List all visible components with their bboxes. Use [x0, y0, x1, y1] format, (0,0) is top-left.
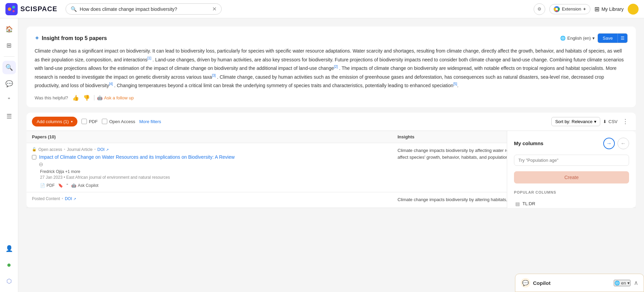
pdf-button-1[interactable]: 📄 PDF — [40, 183, 55, 188]
nav-prev-button[interactable]: ← — [618, 138, 629, 149]
chevron-down-icon: ▾ — [71, 120, 73, 123]
insight-text: Climate change has a significant impact … — [35, 47, 628, 90]
svg-point-1 — [8, 7, 11, 11]
copilot-icon: 🤖 — [71, 183, 76, 188]
more-options-button[interactable]: ⋮ — [620, 117, 630, 126]
save-button[interactable]: Save — [598, 34, 618, 43]
sidebar-item-home[interactable]: 🏠 — [2, 22, 16, 36]
pdf-checkbox[interactable] — [81, 119, 87, 124]
paper-authors-1: Fredrick Ojija +1 more — [40, 169, 387, 174]
paper-cell-1: 🔓 Open access • Journal Article • DOI ↗ — [26, 143, 392, 192]
create-column-button[interactable]: Create — [514, 171, 629, 183]
user-avatar[interactable] — [628, 4, 639, 15]
popular-item-tldr[interactable]: ▤ TL:DR — [514, 198, 629, 208]
open-access-icon: 🔓 — [32, 147, 37, 152]
vertical-divider — [94, 95, 94, 100]
svg-rect-0 — [5, 3, 18, 15]
add-columns-button[interactable]: Add columns (1) ▾ — [32, 117, 77, 126]
paper-date-1: 27 Jan 2023 • East African journal of en… — [40, 175, 387, 180]
table-toolbar: Add columns (1) ▾ PDF Open Access More f… — [26, 113, 636, 131]
download-icon: ⬇ — [603, 119, 607, 124]
paper-actions-1: 📄 PDF 🔖 " — [40, 183, 387, 188]
table-section: Add columns (1) ▾ PDF Open Access More f… — [26, 113, 636, 208]
table-container: Papers (10) Insights 🔓 Open access • — [26, 131, 636, 208]
popular-item-label-tldr: TL:DR — [522, 201, 535, 206]
thumbs-up-button[interactable]: 👍 — [71, 94, 80, 102]
sidebar-item-list[interactable]: ☰ — [2, 110, 16, 123]
mylibrary-button[interactable]: ⊞ My Library — [594, 5, 624, 13]
menu-icon: ☰ — [621, 36, 625, 41]
cite-icon: " — [67, 183, 68, 188]
nav-next-button[interactable]: → — [603, 138, 615, 149]
svg-point-3 — [13, 10, 15, 12]
clear-search-button[interactable]: ✕ — [212, 6, 217, 12]
chevron-down-icon: ▾ — [592, 36, 595, 41]
paper-title-1[interactable]: Impact of Climate Change on Water Resour… — [39, 154, 235, 161]
paper-meta-2: Posted Content • DOI ↗ — [32, 196, 387, 201]
chevron-down-icon: ▾ — [594, 119, 596, 124]
grid-icon: ⊞ — [594, 5, 600, 13]
main-content: ✦ Insight from top 5 papers 🌐 English (e… — [18, 18, 644, 216]
settings-icon: ⚙ — [537, 6, 541, 12]
right-panel-title: My columns — [514, 140, 544, 146]
collapse-btn-1[interactable]: ⊖ — [39, 161, 43, 168]
paper-meta-1: 🔓 Open access • Journal Article • DOI ↗ — [32, 147, 387, 152]
doi-link-2[interactable]: DOI ↗ — [65, 196, 76, 201]
thumbs-down-button[interactable]: 👎 — [82, 94, 91, 102]
open-access-filter[interactable]: Open Access — [102, 119, 135, 124]
search-icon: 🔍 — [71, 6, 77, 12]
sidebar-item-chat[interactable]: 💬 — [2, 77, 16, 91]
scispace-logo-icon — [5, 3, 18, 15]
citation-1[interactable]: [1] — [147, 56, 151, 60]
right-panel: My columns → ← Create POPULAR COLUMNS ▤ … — [507, 131, 636, 208]
tldr-icon: ▤ — [515, 201, 520, 207]
extension-plus: + — [583, 6, 586, 12]
helpful-row: Was this helpful? 👍 👎 🤖 Ask a follow up — [35, 94, 628, 102]
logo-text: SCISPACE — [20, 5, 57, 13]
insight-title: ✦ Insight from top 5 papers — [35, 35, 107, 41]
bookmark-icon: 🔖 — [58, 183, 63, 188]
paper-cell-2: Posted Content • DOI ↗ — [26, 192, 392, 208]
ask-copilot-button-1[interactable]: 🤖 Ask Copilot — [71, 183, 98, 188]
nav-arrows: → ← — [603, 138, 629, 149]
extension-label: Extension — [562, 6, 581, 12]
logo[interactable]: SCISPACE — [5, 3, 57, 15]
insight-header: ✦ Insight from top 5 papers 🌐 English (e… — [35, 33, 628, 43]
paper-checkbox-1[interactable] — [32, 155, 36, 159]
open-access-checkbox[interactable] — [102, 119, 107, 124]
popular-section: POPULAR COLUMNS ▤ TL:DR ▤ Conclus... — [514, 190, 629, 208]
citation-2[interactable]: [2] — [334, 65, 338, 69]
doi-link-1[interactable]: DOI ↗ — [97, 147, 109, 152]
ask-followup-button[interactable]: 🤖 Ask a follow up — [97, 95, 134, 100]
settings-button[interactable]: ⚙ — [534, 3, 545, 15]
column-search-input[interactable] — [514, 155, 629, 166]
citation-3[interactable]: [3] — [212, 74, 216, 77]
bookmark-button-1[interactable]: 🔖 — [58, 183, 63, 188]
svg-point-6 — [555, 8, 558, 10]
sort-button[interactable]: Sort by: Relevance ▾ — [551, 117, 600, 126]
csv-button[interactable]: ⬇ CSV — [603, 119, 618, 124]
save-menu-button[interactable]: ☰ — [618, 34, 627, 43]
cite-button-1[interactable]: " — [67, 183, 68, 188]
search-input[interactable] — [80, 6, 209, 12]
extension-button[interactable]: Extension + — [549, 4, 590, 14]
right-panel-header: My columns → ← — [514, 138, 629, 149]
popular-section-title: POPULAR COLUMNS — [514, 190, 629, 194]
insight-section: ✦ Insight from top 5 papers 🌐 English (e… — [26, 26, 636, 107]
search-bar[interactable]: 🔍 ✕ — [66, 3, 222, 15]
helpful-label: Was this helpful? — [35, 95, 68, 100]
language-button[interactable]: 🌐 English (en) ▾ — [560, 36, 595, 41]
citation-5[interactable]: [5] — [453, 82, 457, 86]
sidebar-item-table[interactable]: ⊞ — [2, 39, 16, 52]
topnav-right: ⚙ Extension + ⊞ My Library — [534, 3, 639, 15]
sidebar: 🏠 ⊞ 🔍 💬 " ☰ 👤 ● ⬡ — [0, 18, 18, 216]
globe-icon: 🌐 — [560, 36, 566, 41]
more-filters-button[interactable]: More filters — [139, 119, 161, 124]
sidebar-divider — [4, 56, 15, 57]
copilot-icon-small: 🤖 — [97, 95, 103, 100]
pdf-filter[interactable]: PDF — [81, 119, 98, 124]
toolbar-right: Sort by: Relevance ▾ ⬇ CSV ⋮ — [551, 117, 630, 126]
sidebar-item-search[interactable]: 🔍 — [2, 61, 16, 74]
sidebar-item-quote[interactable]: " — [2, 93, 16, 107]
citation-4[interactable]: [4] — [109, 82, 113, 86]
